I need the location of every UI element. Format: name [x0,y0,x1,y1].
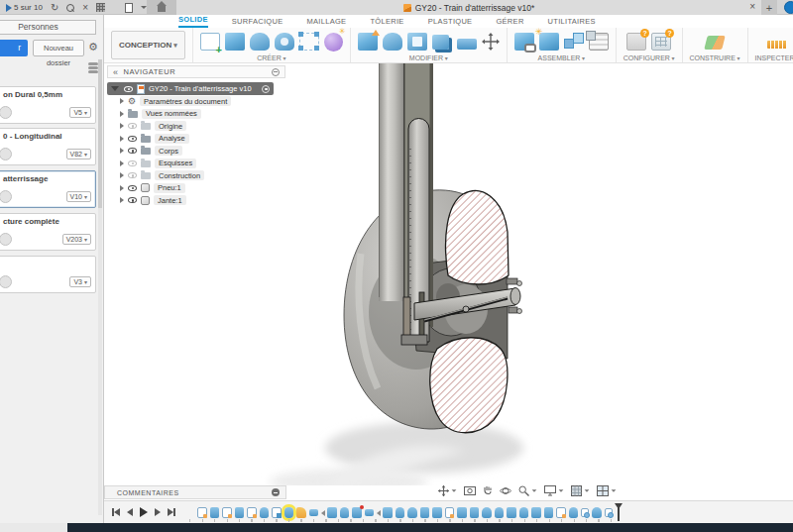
tab-surfacique[interactable]: SURFACIQUE [232,17,283,28]
browser-item-analyse[interactable]: Analyse [107,133,285,146]
browser-item-parametres[interactable]: ⚙ Paramètres du document [107,95,285,108]
solid-feature-icon[interactable] [544,507,554,518]
expander-icon[interactable] [120,123,124,129]
round-feature-icon[interactable] [482,507,492,518]
browser-header[interactable]: « NAVIGATEUR [107,65,285,78]
expander-icon[interactable] [120,111,124,117]
document-card-selected[interactable]: atterrissage V10 [0,170,96,208]
home-tab[interactable] [147,0,176,15]
solid-feature-icon[interactable] [235,507,245,518]
expander-icon[interactable] [120,148,124,154]
step-forward-button[interactable] [155,508,161,516]
refresh-icon[interactable]: ↻ [51,3,58,13]
step-back-button[interactable] [127,508,133,516]
group-label-construire[interactable]: CONSTRUIRE [690,54,740,61]
tab-tolerie[interactable]: TÔLERIE [370,17,403,28]
visibility-eye-icon[interactable] [128,197,137,203]
pan-hand-icon[interactable] [483,485,493,496]
configuration-table-icon[interactable] [651,33,671,51]
round-feature-icon[interactable] [569,507,579,518]
document-card[interactable]: V3 [0,256,96,293]
visibility-eye-icon[interactable] [128,136,137,142]
file-menu-icon[interactable] [125,3,133,13]
tab-plastique[interactable]: PLASTIQUE [428,17,473,28]
browser-root-item[interactable]: GY20 - Train d'atterrissage v10 [107,82,274,95]
version-dropdown[interactable]: V82 [66,149,91,160]
hole-icon[interactable] [275,33,294,51]
grid-and-snaps-icon[interactable] [571,485,590,496]
model-section-face-lower[interactable] [430,338,508,433]
sketch-feature-icon[interactable] [556,507,566,518]
solid-feature-icon[interactable] [507,507,516,518]
look-at-icon[interactable] [464,485,476,495]
new-tab-button[interactable]: + [761,0,777,15]
solid-feature-icon[interactable] [457,507,467,518]
rectangular-pattern-icon[interactable] [299,33,319,51]
visibility-eye-icon[interactable] [128,148,137,154]
orbit-icon[interactable] [500,485,511,496]
revolve-icon[interactable] [250,33,270,51]
document-card[interactable]: cture complète V203 [0,213,96,251]
solid-feature-icon[interactable] [531,507,541,518]
version-dropdown[interactable]: V10 [66,191,91,202]
round-hl-feature-icon[interactable] [284,507,294,518]
timeline-playhead[interactable] [618,504,620,521]
insert-link-icon[interactable] [514,33,534,51]
expander-icon[interactable] [120,160,124,166]
group-label-configurer[interactable]: CONFIGURER [623,54,675,61]
visibility-eye-icon[interactable] [128,185,137,191]
flat-feature-icon[interactable] [365,509,375,516]
visibility-eye-icon[interactable] [128,123,137,129]
flag-progress-icon[interactable]: 5 sur 10 [6,3,43,12]
tab-solide[interactable]: SOLIDE [178,15,208,28]
version-dropdown[interactable]: V3 [69,276,91,287]
bom-table-icon[interactable] [589,33,609,51]
document-card[interactable]: 0 - Longitudinal V82 [0,128,96,165]
create-sketch-icon[interactable] [200,33,220,51]
sketch-feature-icon[interactable] [197,507,207,518]
model-bolt-head[interactable] [463,306,469,312]
solid-feature-icon[interactable] [432,507,442,518]
create-form-icon[interactable] [324,33,343,52]
fillet-icon[interactable] [383,33,402,51]
group-label-inspecter[interactable]: INSPECTER [755,54,793,61]
tab-utilitaires[interactable]: UTILITAIRES [548,17,596,28]
round-feature-icon[interactable] [407,507,417,518]
viewports-icon[interactable] [597,485,617,496]
measure-icon[interactable] [767,41,787,49]
split-body-icon[interactable] [457,39,477,50]
tab-people[interactable]: Personnes [0,20,96,35]
tab-maillage[interactable]: MAILLAGE [307,17,347,28]
mirror-feature-icon[interactable] [327,507,337,518]
joint-feature-icon[interactable] [581,508,589,517]
visibility-eye-icon[interactable] [128,160,137,166]
browser-item-origine[interactable]: Origine [107,120,285,133]
model-bolt[interactable] [509,307,517,313]
sync-status-icon[interactable] [88,62,98,72]
round-feature-icon[interactable] [495,507,505,518]
browser-item-jante[interactable]: Jante:1 [107,194,285,207]
construction-plane-icon[interactable] [704,36,725,50]
play-button[interactable] [140,507,148,517]
browser-item-pneu[interactable]: Pneu:1 [107,182,285,195]
solid-feature-icon[interactable] [470,507,480,518]
go-to-start-button[interactable] [112,508,120,516]
mirror-feature-icon[interactable] [383,507,393,518]
panel-scrollbar[interactable] [98,59,102,515]
new-component-icon[interactable] [539,33,559,51]
expander-icon[interactable] [120,98,124,104]
joint-icon[interactable] [564,33,584,51]
extrude-icon[interactable] [225,33,245,51]
expander-icon[interactable] [120,136,124,142]
group-label-assembler[interactable]: ASSEMBLER [538,54,585,61]
model-bolt-head[interactable] [517,281,522,286]
new-folder-button[interactable]: Nouveau dossier [33,40,84,56]
expander-open-icon[interactable] [111,86,119,91]
expander-icon[interactable] [120,197,124,203]
orbit-pan-icon[interactable] [438,485,457,496]
group-label-modifier[interactable]: MODIFIER [409,54,448,61]
tab-close-icon[interactable]: × [749,1,755,12]
collapse-chevrons-icon[interactable]: « [113,67,119,77]
workspace-selector[interactable]: CONCEPTION [111,31,185,59]
browser-item-esquisses[interactable]: Esquisses [107,158,285,170]
